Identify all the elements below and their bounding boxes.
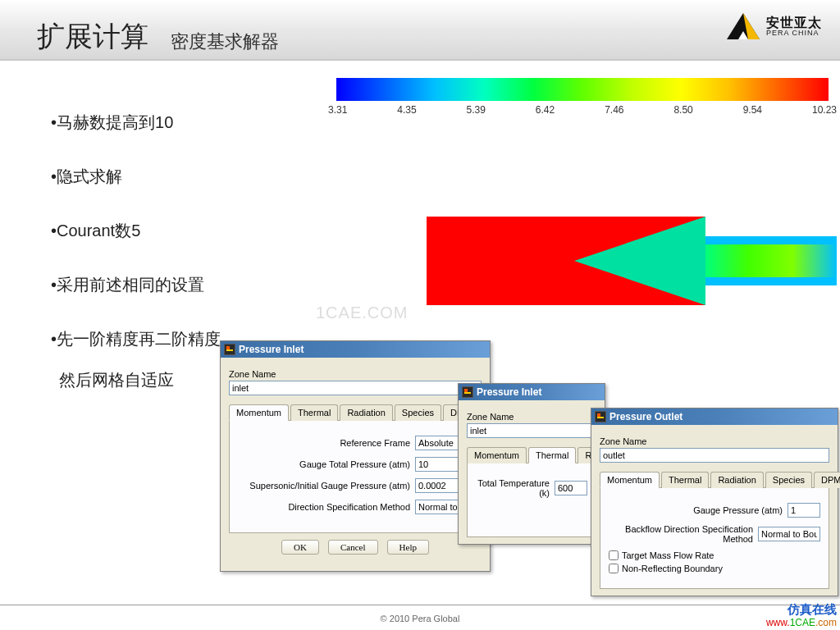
- zone-name-input[interactable]: [229, 381, 482, 395]
- dialog-title-text: Pressure Inlet: [239, 341, 304, 358]
- dialog-pressure-inlet-2: Pressure Inlet Zone Name Momentum Therma…: [458, 383, 605, 545]
- target-mass-flow-checkbox[interactable]: Target Mass Flow Rate: [609, 550, 820, 560]
- app-icon: [224, 344, 235, 355]
- site-badge: 仿真在线 www.1CAE.com: [766, 602, 837, 628]
- badge-url: www.1CAE.com: [766, 617, 837, 628]
- backflow-direction-select[interactable]: [758, 527, 820, 541]
- dialog-pressure-inlet-1: Pressure Inlet Zone Name Momentum Therma…: [220, 340, 491, 572]
- tick: 8.50: [673, 104, 692, 116]
- non-reflecting-checkbox[interactable]: Non-Reflecting Boundary: [609, 564, 820, 573]
- slide-header: 扩展计算 密度基求解器 安世亚太 PERA CHINA: [0, 0, 840, 61]
- zone-name-label: Zone Name: [600, 436, 829, 446]
- tick: 10.23: [812, 104, 837, 116]
- help-button[interactable]: Help: [387, 540, 429, 555]
- zone-name-input[interactable]: [467, 423, 596, 438]
- app-icon: [595, 411, 606, 422]
- logo-text-en: PERA CHINA: [766, 30, 822, 37]
- contour-plot: [427, 212, 837, 310]
- dialog-title-text: Pressure Inlet: [477, 384, 541, 400]
- tab-bar: Momentum Thermal Radiation Species DPM: [600, 471, 829, 488]
- total-temperature-label: Total Temperature (k): [476, 478, 550, 498]
- total-temperature-input[interactable]: [555, 481, 587, 495]
- watermark: 1CAE.COM: [316, 304, 408, 322]
- gauge-pressure-input[interactable]: [788, 503, 820, 518]
- gauge-pressure-label: Gauge Pressure (atm): [693, 505, 783, 515]
- tick: 6.42: [536, 104, 555, 116]
- bullet-4: •采用前述相同的设置: [51, 273, 297, 296]
- zone-name-input[interactable]: [600, 448, 829, 463]
- tick: 4.35: [397, 104, 416, 116]
- tab-thermal[interactable]: Thermal: [528, 447, 576, 463]
- slide-title: 扩展计算: [37, 18, 148, 56]
- reference-frame-label: Reference Frame: [340, 438, 410, 448]
- tab-radiation[interactable]: Radiation: [340, 404, 392, 421]
- direction-method-label: Direction Specification Method: [288, 502, 410, 512]
- backflow-direction-label: Backflow Direction Specification Method: [609, 524, 753, 544]
- tick: 5.39: [467, 104, 486, 116]
- logo-text-cn: 安世亚太: [766, 16, 822, 30]
- tab-species[interactable]: Species: [395, 404, 441, 421]
- slide-subtitle: 密度基求解器: [171, 30, 279, 54]
- zone-name-label: Zone Name: [467, 412, 596, 422]
- tab-bar: Momentum Thermal Radiation Species DPM: [229, 404, 482, 421]
- dialog-titlebar[interactable]: Pressure Inlet: [459, 384, 605, 400]
- colorbar: [336, 78, 829, 101]
- colorbar-ticks: 3.31 4.35 5.39 6.42 7.46 8.50 9.54 10.23: [328, 104, 837, 116]
- tab-momentum[interactable]: Momentum: [467, 447, 527, 463]
- tab-pane-momentum: Gauge Pressure (atm) Backflow Direction …: [600, 488, 829, 589]
- tab-momentum[interactable]: Momentum: [229, 404, 289, 421]
- dialog-title-text: Pressure Outlet: [609, 409, 682, 425]
- tab-radiation[interactable]: Radiation: [710, 472, 763, 488]
- tab-pane-thermal: Total Temperature (k): [467, 463, 596, 537]
- logo-icon: [725, 11, 761, 41]
- tab-thermal[interactable]: Thermal: [661, 472, 709, 488]
- pera-logo: 安世亚太 PERA CHINA: [725, 11, 822, 41]
- tick: 3.31: [328, 104, 347, 116]
- zone-name-label: Zone Name: [229, 369, 482, 379]
- footer-divider: [0, 605, 840, 605]
- tab-bar: Momentum Thermal Radiati: [467, 446, 596, 463]
- button-row: OK Cancel Help: [229, 533, 482, 564]
- checkbox-label: Target Mass Flow Rate: [622, 550, 714, 560]
- color-legend: 3.31 4.35 5.39 6.42 7.46 8.50 9.54 10.23: [336, 78, 829, 116]
- bullet-1: •马赫数提高到10: [51, 111, 297, 134]
- tick: 9.54: [743, 104, 762, 116]
- app-icon: [462, 386, 473, 398]
- tick: 7.46: [605, 104, 623, 116]
- footer-copyright: © 2010 Pera Global: [0, 614, 840, 623]
- supersonic-pressure-label: Supersonic/Initial Gauge Pressure (atm): [249, 481, 410, 491]
- gauge-total-pressure-label: Gauge Total Pressure (atm): [299, 459, 410, 469]
- tab-pane-momentum: Reference Frame Gauge Total Pressure (at…: [229, 421, 482, 533]
- tab-dpm[interactable]: DPM: [814, 472, 840, 488]
- dialog-titlebar[interactable]: Pressure Outlet: [591, 409, 838, 425]
- ok-button[interactable]: OK: [281, 540, 319, 555]
- cancel-button[interactable]: Cancel: [328, 540, 378, 555]
- tab-species[interactable]: Species: [765, 472, 812, 488]
- dialog-titlebar[interactable]: Pressure Inlet: [221, 341, 490, 358]
- tab-momentum[interactable]: Momentum: [600, 472, 660, 488]
- badge-cn: 仿真在线: [766, 602, 837, 617]
- tab-thermal[interactable]: Thermal: [290, 404, 338, 421]
- bullet-3: •Courant数5: [51, 219, 297, 242]
- checkbox-label: Non-Reflecting Boundary: [622, 564, 723, 573]
- dialog-pressure-outlet: Pressure Outlet Zone Name Momentum Therm…: [591, 408, 838, 596]
- bullet-2: •隐式求解: [51, 165, 297, 188]
- checkbox-input[interactable]: [609, 550, 619, 560]
- checkbox-input[interactable]: [609, 564, 619, 573]
